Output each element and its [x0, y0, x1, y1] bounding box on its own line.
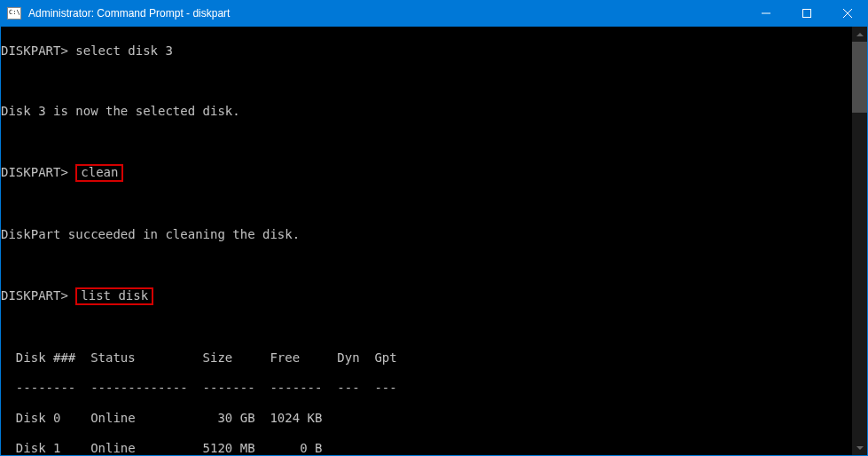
disk-table-row: Disk 1 Online 5120 MB 0 B — [1, 441, 852, 455]
close-button[interactable] — [827, 0, 868, 27]
disk-table-divider: -------- ------------- ------- ------- -… — [1, 381, 852, 396]
msg-clean-ok: DiskPart succeeded in cleaning the disk. — [1, 227, 852, 242]
svg-marker-4 — [856, 33, 864, 36]
vertical-scrollbar[interactable] — [852, 27, 867, 455]
prompt: DISKPART> — [1, 43, 68, 58]
prompt: DISKPART> — [1, 288, 68, 303]
svg-marker-5 — [856, 446, 864, 450]
cmd-clean: clean — [75, 164, 123, 182]
terminal-output[interactable]: DISKPART> select disk 3 Disk 3 is now th… — [1, 27, 852, 455]
chevron-up-icon — [856, 33, 864, 36]
minimize-icon — [762, 9, 770, 18]
prompt: DISKPART> — [1, 165, 68, 179]
close-icon — [843, 9, 852, 18]
window-controls — [746, 0, 868, 27]
minimize-button[interactable] — [746, 0, 786, 27]
disk-table-header: Disk ### Status Size Free Dyn Gpt — [1, 350, 852, 366]
msg-selected-disk: Disk 3 is now the selected disk. — [1, 104, 852, 119]
scroll-up-button[interactable] — [852, 27, 867, 42]
titlebar[interactable]: Administrator: Command Prompt - diskpart — [0, 0, 868, 27]
disk-table-row: Disk 0 Online 30 GB 1024 KB — [1, 411, 852, 426]
maximize-button[interactable] — [786, 0, 827, 27]
app-window: Administrator: Command Prompt - diskpart… — [0, 0, 868, 456]
svg-rect-1 — [803, 10, 811, 18]
window-title: Administrator: Command Prompt - diskpart — [27, 7, 746, 20]
maximize-icon — [802, 9, 811, 18]
cmd-icon — [7, 7, 21, 20]
chevron-down-icon — [856, 446, 864, 450]
cmd-list-disk: list disk — [75, 287, 153, 305]
client-area: DISKPART> select disk 3 Disk 3 is now th… — [1, 27, 867, 455]
scroll-down-button[interactable] — [852, 440, 867, 455]
cmd-select-disk: select disk 3 — [75, 43, 173, 58]
scrollbar-track[interactable] — [852, 42, 867, 440]
scrollbar-thumb[interactable] — [852, 42, 867, 113]
